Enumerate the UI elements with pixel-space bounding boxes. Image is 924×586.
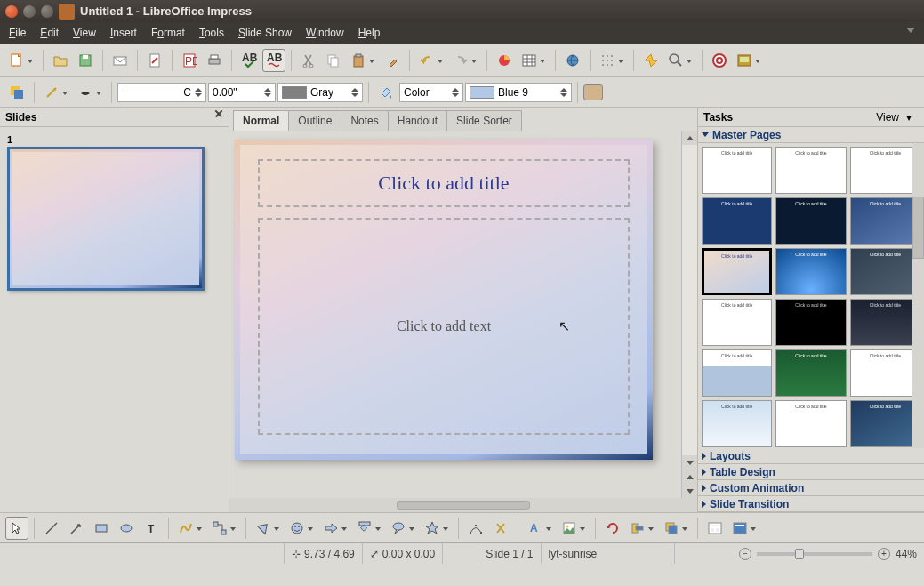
arrange-order-button[interactable] [660, 517, 683, 540]
symbol-shapes-button[interactable] [285, 517, 309, 540]
zoom-slider[interactable] [757, 552, 872, 556]
paste-button[interactable] [347, 49, 370, 72]
menu-format[interactable]: Format [144, 24, 192, 42]
cut-button[interactable] [297, 49, 320, 72]
minimize-window-button[interactable] [23, 5, 36, 18]
group-custom-animation[interactable]: Custom Animation [698, 480, 924, 496]
close-panel-icon[interactable] [214, 113, 223, 122]
zoom-button[interactable] [664, 49, 687, 72]
zoom-out-button[interactable]: − [739, 548, 751, 560]
master-page-thumb[interactable]: Click to add title [850, 147, 920, 194]
curve-tool-button[interactable] [174, 517, 197, 540]
hyperlink-button[interactable] [561, 49, 584, 72]
points-edit-button[interactable] [464, 517, 487, 540]
master-page-thumb[interactable]: Click to add title [775, 400, 846, 447]
export-pdf-button[interactable]: PDF [178, 49, 201, 72]
master-page-thumb[interactable]: Click to add title [702, 299, 772, 346]
spinner-down-icon[interactable] [195, 93, 202, 97]
help-button[interactable] [708, 49, 731, 72]
text-tool-button[interactable]: T [140, 517, 163, 540]
stars-button[interactable] [421, 517, 444, 540]
tab-normal[interactable]: Normal [233, 110, 289, 131]
redo-button[interactable] [449, 49, 472, 72]
master-page-thumb[interactable]: Click to add title [775, 147, 846, 194]
close-window-button[interactable] [5, 5, 18, 18]
grid-button[interactable] [596, 49, 619, 72]
tasks-scrollbar[interactable] [912, 143, 924, 448]
menu-edit[interactable]: Edit [33, 24, 66, 42]
fill-mode-combo[interactable]: Color [399, 83, 463, 102]
slide-thumbnail[interactable] [7, 147, 205, 291]
spellcheck-button[interactable]: ABC [237, 49, 261, 72]
arrow-tool-button[interactable] [65, 517, 88, 540]
menubar-overflow-icon[interactable] [906, 28, 915, 33]
menu-view[interactable]: View [66, 24, 103, 42]
scroll-down-icon[interactable] [687, 461, 694, 465]
fill-color-combo[interactable]: Blue 9 [465, 83, 572, 102]
menu-slideshow[interactable]: Slide Show [231, 24, 299, 42]
master-page-thumb[interactable]: Click to add title [850, 248, 920, 295]
tab-notes[interactable]: Notes [341, 110, 388, 131]
master-page-thumb[interactable]: Click to add title [702, 400, 772, 447]
open-button[interactable] [49, 49, 72, 72]
group-slide-transition[interactable]: Slide Transition [698, 496, 924, 512]
arrange-button[interactable] [5, 81, 28, 104]
flowchart-button[interactable] [353, 517, 376, 540]
rotate-button[interactable] [601, 517, 624, 540]
master-page-thumb[interactable]: Click to add title [850, 400, 920, 447]
gallery-button[interactable] [733, 49, 756, 72]
basic-shapes-button[interactable] [252, 517, 275, 540]
maximize-window-button[interactable] [41, 5, 53, 18]
area-button[interactable] [583, 84, 603, 100]
zoom-in-button[interactable]: + [878, 548, 890, 560]
master-page-thumb[interactable]: Click to add title [850, 299, 920, 346]
ellipse-tool-button[interactable] [115, 517, 138, 540]
master-page-thumb[interactable]: Click to add title [702, 147, 772, 194]
master-page-thumb[interactable]: Click to add title [775, 248, 846, 295]
save-button[interactable] [74, 49, 97, 72]
auto-spellcheck-button[interactable]: ABC [262, 49, 285, 72]
callouts-button[interactable] [387, 517, 410, 540]
from-file-button[interactable] [558, 517, 581, 540]
horizontal-scrollbar[interactable] [229, 498, 697, 512]
line-endings-button[interactable] [40, 81, 63, 104]
line-color-combo[interactable]: Gray [277, 83, 363, 102]
slide-design-button[interactable] [728, 517, 751, 540]
slide-layout-button[interactable] [703, 517, 727, 540]
edit-file-button[interactable] [143, 49, 166, 72]
master-page-thumb[interactable]: Click to add title [775, 349, 846, 397]
spinner-up-icon[interactable] [195, 88, 202, 92]
master-page-thumb[interactable]: Click to add title [702, 197, 772, 245]
menu-insert[interactable]: Insert [103, 24, 144, 42]
menu-file[interactable]: File [2, 24, 33, 42]
master-page-thumb[interactable]: Click to add title [850, 349, 920, 397]
alignment-button[interactable] [626, 517, 649, 540]
scrollbar-thumb[interactable] [397, 501, 530, 510]
tab-outline[interactable]: Outline [288, 110, 341, 131]
master-page-thumb[interactable]: Click to add title [702, 349, 772, 397]
connector-tool-button[interactable] [208, 517, 231, 540]
line-style-combo[interactable]: C [117, 83, 206, 102]
tab-slide-sorter[interactable]: Slide Sorter [446, 110, 522, 131]
mail-button[interactable] [108, 49, 132, 72]
table-button[interactable] [518, 49, 541, 72]
tab-handout[interactable]: Handout [388, 110, 447, 131]
menu-window[interactable]: Window [299, 24, 351, 42]
scroll-up-icon[interactable] [687, 136, 694, 140]
navigator-button[interactable] [639, 49, 663, 72]
slide-canvas-area[interactable]: Click to add title Click to add text ↖ [229, 131, 681, 498]
line-width-combo[interactable]: 0.00" [208, 83, 276, 102]
zoom-slider-knob[interactable] [795, 549, 804, 559]
fill-bucket-button[interactable] [374, 81, 398, 104]
group-master-pages[interactable]: Master Pages [698, 127, 924, 143]
rectangle-tool-button[interactable] [90, 517, 113, 540]
menu-tools[interactable]: Tools [192, 24, 231, 42]
line-tool-button[interactable] [40, 517, 63, 540]
new-doc-button[interactable] [5, 49, 28, 72]
slide-canvas[interactable]: Click to add title Click to add text [235, 140, 653, 460]
block-arrows-button[interactable] [319, 517, 342, 540]
select-tool-button[interactable] [5, 517, 28, 540]
vertical-scrollbar[interactable] [681, 131, 697, 498]
tasks-view-menu[interactable]: View [876, 111, 899, 124]
master-page-thumb[interactable]: Click to add title [850, 197, 920, 245]
